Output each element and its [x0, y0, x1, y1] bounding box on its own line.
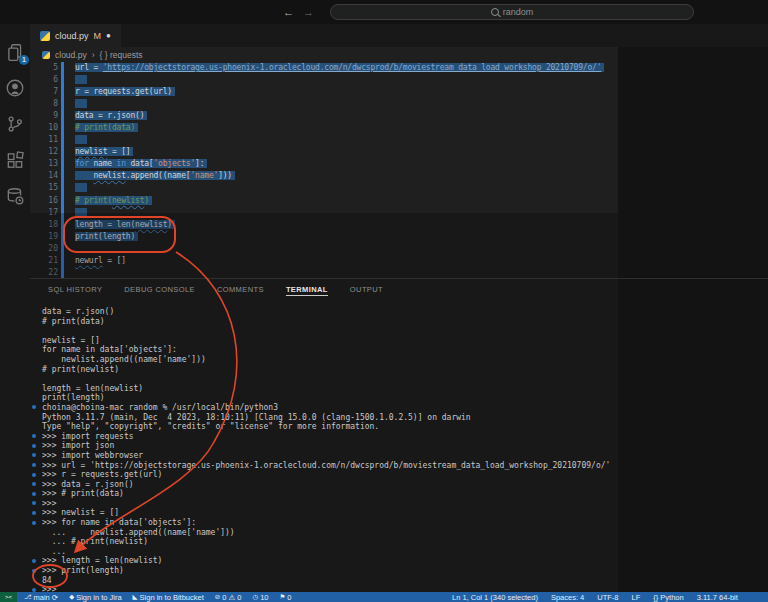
command-marker-icon	[32, 559, 36, 563]
git-modified-badge: M	[94, 31, 102, 41]
status-cursor-position[interactable]: Ln 1, Col 1 (340 selected)	[452, 593, 538, 602]
terminal-line[interactable]: for name in data['objects']:	[30, 345, 618, 355]
line-number: 19	[30, 231, 58, 243]
code-line[interactable]: 18length = len(newlist)	[30, 219, 618, 231]
terminal-line[interactable]: >>> import requests	[30, 432, 618, 442]
breadcrumb-file[interactable]: cloud.py	[55, 50, 87, 60]
terminal-line[interactable]: choina@choina-mac random % /usr/local/bi…	[30, 403, 618, 413]
terminal-line[interactable]: >>> r = requests.get(url)	[30, 470, 618, 480]
status-bitbucket-signin[interactable]: ◣Sign in to Bitbucket	[133, 592, 204, 602]
code-line[interactable]: 16# print(newlist)	[30, 195, 618, 207]
code-line[interactable]: 17	[30, 207, 618, 219]
terminal-line[interactable]	[30, 326, 618, 336]
status-jira-signin[interactable]: ◆Sign in to Jira	[69, 592, 121, 602]
code-line[interactable]: 5url = 'https://objectstorage.us-phoenix…	[30, 62, 618, 74]
line-number: 5	[30, 62, 58, 74]
code-line[interactable]: 13for name in data['objects']:	[30, 158, 618, 170]
panel-tab-terminal[interactable]: TERMINAL	[286, 285, 328, 296]
database-icon[interactable]	[5, 186, 25, 206]
terminal-line[interactable]: ... newlist.append((name['name']))	[30, 528, 618, 538]
back-arrow-icon[interactable]: ←	[283, 3, 294, 21]
code-line[interactable]: 9data = r.json()	[30, 110, 618, 122]
terminal-line[interactable]	[30, 374, 618, 384]
status-timer[interactable]: ◷10	[252, 592, 268, 602]
remote-indicator[interactable]: ><	[0, 592, 17, 602]
line-number: 11	[30, 134, 58, 146]
terminal-line[interactable]: # print(newlist)	[30, 365, 618, 375]
terminal-line[interactable]: data = r.json()	[30, 307, 618, 317]
status-bar: >< ⎇main ⟳◆Sign in to Jira◣Sign in to Bi…	[0, 592, 768, 602]
code-line[interactable]: 10# print(data)	[30, 122, 618, 134]
terminal-line[interactable]: >>> newlist = []	[30, 508, 618, 518]
terminal-line[interactable]: newlist = []	[30, 336, 618, 346]
tab-cloud-py[interactable]: cloud.py M ●	[30, 24, 121, 47]
search-icon	[491, 8, 499, 16]
status-indentation[interactable]: Spaces: 4	[551, 593, 584, 602]
command-marker-icon	[32, 492, 36, 496]
terminal-line[interactable]: Type "help", "copyright", "credits" or "…	[30, 422, 618, 432]
status-git-branch[interactable]: ⎇main ⟳	[24, 592, 58, 602]
code-line[interactable]: 11	[30, 134, 618, 146]
git-gutter-modified-bar	[61, 62, 64, 278]
terminal-line[interactable]: 84	[30, 576, 618, 586]
title-bar: ← → random	[0, 0, 768, 24]
terminal-line[interactable]: >>> url = 'https://objectstorage.us-phoe…	[30, 461, 618, 471]
code-line[interactable]: 7r = requests.get(url)	[30, 86, 618, 98]
terminal[interactable]: data = r.json()# print(data)newlist = []…	[30, 301, 618, 592]
search-text: random	[503, 7, 534, 17]
line-number: 9	[30, 110, 58, 122]
terminal-line[interactable]: ...	[30, 547, 618, 557]
command-marker-icon	[32, 434, 36, 438]
line-number: 20	[30, 243, 58, 255]
source-control-icon[interactable]	[5, 114, 25, 134]
terminal-line[interactable]: >>> import webbrowser	[30, 451, 618, 461]
terminal-line[interactable]: >>> data = r.json()	[30, 480, 618, 490]
status-eol[interactable]: LF	[632, 593, 641, 602]
terminal-line[interactable]: >>>	[30, 499, 618, 509]
terminal-line[interactable]: >>> print(length)	[30, 566, 618, 576]
terminal-line[interactable]: print(length)	[30, 393, 618, 403]
status-problems[interactable]: ⊘0 ⚠ 0	[215, 592, 242, 602]
terminal-line[interactable]: >>> length = len(newlist)	[30, 556, 618, 566]
terminal-line[interactable]: >>> for name in data['objects']:	[30, 518, 618, 528]
timer-icon: ◷	[252, 592, 258, 602]
terminal-line[interactable]: >>> import json	[30, 441, 618, 451]
breadcrumb-symbol[interactable]: { } requests	[100, 50, 143, 60]
forward-arrow-icon[interactable]: →	[303, 3, 314, 21]
panel-tab-sql-history[interactable]: SQL HISTORY	[48, 285, 102, 295]
terminal-line[interactable]: newlist.append((name['name']))	[30, 355, 618, 365]
code-line[interactable]: 21newurl = []	[30, 255, 618, 267]
panel-tab-bar: SQL HISTORYDEBUG CONSOLECOMMENTSTERMINAL…	[30, 278, 618, 301]
code-line[interactable]: 15	[30, 182, 618, 194]
code-line[interactable]: 20	[30, 243, 618, 255]
code-line[interactable]: 8	[30, 98, 618, 110]
status-encoding[interactable]: UTF-8	[597, 593, 618, 602]
code-line[interactable]: 19print(length)	[30, 231, 618, 243]
code-line[interactable]: 14 newlist.append((name['name']))	[30, 170, 618, 182]
explorer-badge: 1	[19, 55, 29, 65]
unsaved-dot-icon[interactable]: ●	[106, 31, 111, 40]
line-number: 16	[30, 195, 58, 207]
command-center-search[interactable]: random	[330, 4, 694, 20]
code-line[interactable]: 12newlist = []	[30, 146, 618, 158]
terminal-line[interactable]: >>> # print(data)	[30, 489, 618, 499]
terminal-line[interactable]: ... # print(newlist)	[30, 537, 618, 547]
vscode-window: ← → random 1	[0, 0, 768, 602]
panel-tab-debug-console[interactable]: DEBUG CONSOLE	[124, 285, 195, 295]
code-editor[interactable]: 5url = 'https://objectstorage.us-phoenix…	[30, 62, 618, 278]
extensions-icon[interactable]	[5, 150, 25, 170]
status-language-mode[interactable]: {} Python	[653, 593, 683, 602]
command-marker-icon	[32, 463, 36, 467]
terminal-line[interactable]: length = len(newlist)	[30, 384, 618, 394]
status-python-version[interactable]: 3.11.7 64-bit	[697, 593, 738, 602]
panel-tab-output[interactable]: OUTPUT	[350, 285, 383, 295]
github-icon[interactable]	[5, 78, 25, 98]
panel-tab-comments[interactable]: COMMENTS	[217, 285, 264, 295]
code-line[interactable]: 6	[30, 74, 618, 86]
status-flag-count[interactable]: ⚑0	[280, 592, 292, 602]
terminal-line[interactable]: # print(data)	[30, 317, 618, 327]
terminal-line[interactable]: >>>	[30, 585, 618, 592]
code-line[interactable]: 22	[30, 267, 618, 278]
terminal-line[interactable]: Python 3.11.7 (main, Dec 4 2023, 18:10:1…	[30, 413, 618, 423]
explorer-icon[interactable]: 1	[5, 42, 25, 62]
